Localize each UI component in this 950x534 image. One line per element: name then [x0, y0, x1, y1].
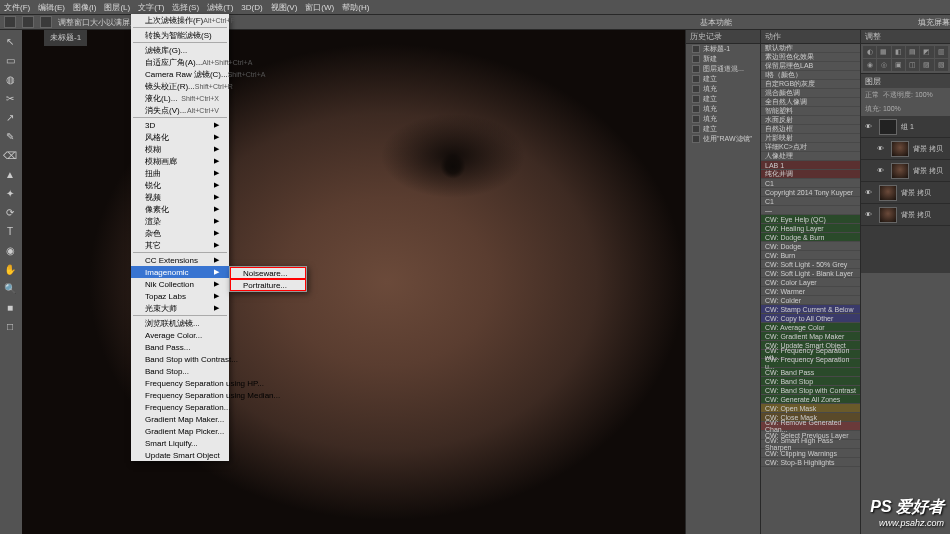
- visibility-icon[interactable]: 👁: [865, 211, 875, 218]
- action-item[interactable]: CW: Copy to All Other: [761, 314, 860, 323]
- adj-icon[interactable]: ◧: [892, 46, 905, 58]
- menu-item[interactable]: 镜头校正(R)...Shift+Ctrl+R: [131, 80, 229, 92]
- action-item[interactable]: CW: Soft Light - Blank Layer: [761, 269, 860, 278]
- tool-button[interactable]: ↗: [0, 108, 20, 126]
- adj-icon[interactable]: ▥: [935, 46, 948, 58]
- menu-item[interactable]: 像素化▶: [131, 203, 229, 215]
- menu-item[interactable]: 模糊画廊▶: [131, 155, 229, 167]
- menu-item[interactable]: Camera Raw 滤镜(C)...Shift+Ctrl+A: [131, 68, 229, 80]
- action-item[interactable]: CW: Stamp Current & Below: [761, 305, 860, 314]
- adj-icon[interactable]: ◫: [906, 59, 919, 71]
- blend-mode[interactable]: 正常: [865, 90, 879, 100]
- action-item[interactable]: CW: Eye Help (QC): [761, 215, 860, 224]
- submenu-item[interactable]: Noiseware...: [230, 267, 306, 279]
- history-panel-header[interactable]: 历史记录: [686, 30, 760, 44]
- history-item[interactable]: 使用"RAW滤镜": [686, 134, 760, 144]
- menu-item[interactable]: 帮助(H): [342, 2, 369, 13]
- document-tab[interactable]: 未标题-1: [44, 30, 87, 46]
- layers-tab[interactable]: 图层: [865, 76, 881, 87]
- history-item[interactable]: 填充: [686, 104, 760, 114]
- tool-button[interactable]: ◉: [0, 241, 20, 259]
- menu-item[interactable]: 转换为智能滤镜(S): [131, 29, 229, 41]
- action-item[interactable]: CW: Dodge & Burn: [761, 233, 860, 242]
- menu-item[interactable]: Frequency Separation using Median...: [131, 389, 229, 401]
- menu-item[interactable]: Frequency Separation using HP...: [131, 377, 229, 389]
- action-item[interactable]: CW: Frequency Separation u...: [761, 359, 860, 368]
- history-item[interactable]: 未标题-1: [686, 44, 760, 54]
- menu-item[interactable]: Band Pass...: [131, 341, 229, 353]
- menu-item[interactable]: Gradient Map Picker...: [131, 425, 229, 437]
- history-item[interactable]: 图层通道混...: [686, 64, 760, 74]
- menu-item[interactable]: 消失点(V)...Alt+Ctrl+V: [131, 104, 229, 116]
- menu-item[interactable]: 3D▶: [131, 119, 229, 131]
- action-item[interactable]: CW: Healing Layer: [761, 224, 860, 233]
- tool-button[interactable]: ✋: [0, 260, 20, 278]
- menu-item[interactable]: 视图(V): [271, 2, 298, 13]
- action-item[interactable]: 纯化并调: [761, 170, 860, 179]
- action-item[interactable]: CW: Generate All Zones: [761, 395, 860, 404]
- menu-item[interactable]: 选择(S): [172, 2, 199, 13]
- visibility-icon[interactable]: 👁: [865, 123, 875, 130]
- adjustments-header[interactable]: 调整: [861, 30, 950, 44]
- action-item[interactable]: CW: Warmer: [761, 287, 860, 296]
- action-item[interactable]: CW: Smart High Pass Sharpen: [761, 440, 860, 449]
- menu-item[interactable]: CC Extensions▶: [131, 254, 229, 266]
- history-item[interactable]: 建立: [686, 124, 760, 134]
- action-item[interactable]: —: [761, 206, 860, 215]
- history-item[interactable]: 填充: [686, 84, 760, 94]
- action-item[interactable]: CW: Burn: [761, 251, 860, 260]
- menu-item[interactable]: 文件(F): [4, 2, 30, 13]
- action-item[interactable]: CW: Colder: [761, 296, 860, 305]
- tool-button[interactable]: □: [0, 317, 20, 335]
- action-item[interactable]: 人像处理: [761, 152, 860, 161]
- menu-item[interactable]: Average Color...: [131, 329, 229, 341]
- visibility-icon[interactable]: 👁: [877, 145, 887, 152]
- menu-item[interactable]: 3D(D): [241, 3, 262, 12]
- visibility-icon[interactable]: 👁: [877, 167, 887, 174]
- action-item[interactable]: CW: Gradient Map Maker: [761, 332, 860, 341]
- menu-item[interactable]: 杂色▶: [131, 227, 229, 239]
- action-item[interactable]: CW: Open Mask: [761, 404, 860, 413]
- menu-item[interactable]: 窗口(W): [305, 2, 334, 13]
- layer-row[interactable]: 👁背景 拷贝: [861, 204, 950, 226]
- action-item[interactable]: CW: Average Color: [761, 323, 860, 332]
- workspace-label[interactable]: 基本功能: [700, 17, 732, 28]
- menu-item[interactable]: 视频▶: [131, 191, 229, 203]
- tool-button[interactable]: ⌫: [0, 146, 20, 164]
- action-item[interactable]: CW: Soft Light - 50% Grey: [761, 260, 860, 269]
- tool-button[interactable]: ▲: [0, 165, 20, 183]
- submenu-item[interactable]: Portraiture...: [230, 279, 306, 291]
- action-item[interactable]: CW: Band Stop with Contrast: [761, 386, 860, 395]
- zoom-out-icon[interactable]: [40, 16, 52, 28]
- menu-item[interactable]: Update Smart Object: [131, 449, 229, 461]
- history-item[interactable]: 新建: [686, 54, 760, 64]
- action-item[interactable]: Copyright 2014 Tony Kuyper: [761, 188, 860, 197]
- menu-item[interactable]: 液化(L)...Shift+Ctrl+X: [131, 92, 229, 104]
- adj-icon[interactable]: ◉: [863, 59, 876, 71]
- menu-item[interactable]: 光束大师▶: [131, 302, 229, 314]
- action-item[interactable]: C1: [761, 179, 860, 188]
- tool-button[interactable]: ✎: [0, 127, 20, 145]
- layer-row[interactable]: 👁背景 拷贝: [861, 182, 950, 204]
- adj-icon[interactable]: ◎: [877, 59, 890, 71]
- menu-item[interactable]: 扭曲▶: [131, 167, 229, 179]
- menu-item[interactable]: 上次滤镜操作(F)Alt+Ctrl+F: [131, 14, 229, 26]
- fill-opacity[interactable]: 填充: 100%: [865, 104, 901, 114]
- menu-item[interactable]: 其它▶: [131, 239, 229, 251]
- menu-item[interactable]: 浏览联机滤镜...: [131, 317, 229, 329]
- tool-button[interactable]: ✦: [0, 184, 20, 202]
- opacity[interactable]: 不透明度: 100%: [883, 90, 933, 100]
- menu-item[interactable]: 风格化▶: [131, 131, 229, 143]
- tool-button[interactable]: ◍: [0, 70, 20, 88]
- adj-icon[interactable]: ◐: [863, 46, 876, 58]
- action-item[interactable]: C1: [761, 197, 860, 206]
- action-item[interactable]: CW: Band Stop: [761, 377, 860, 386]
- adj-icon[interactable]: ◩: [920, 46, 933, 58]
- tool-button[interactable]: 🔍: [0, 279, 20, 297]
- adj-icon[interactable]: ▨: [920, 59, 933, 71]
- tool-button[interactable]: ⟳: [0, 203, 20, 221]
- menu-item[interactable]: Gradient Map Maker...: [131, 413, 229, 425]
- tool-button[interactable]: ▭: [0, 51, 20, 69]
- menu-item[interactable]: Band Stop...: [131, 365, 229, 377]
- menu-item[interactable]: 模糊▶: [131, 143, 229, 155]
